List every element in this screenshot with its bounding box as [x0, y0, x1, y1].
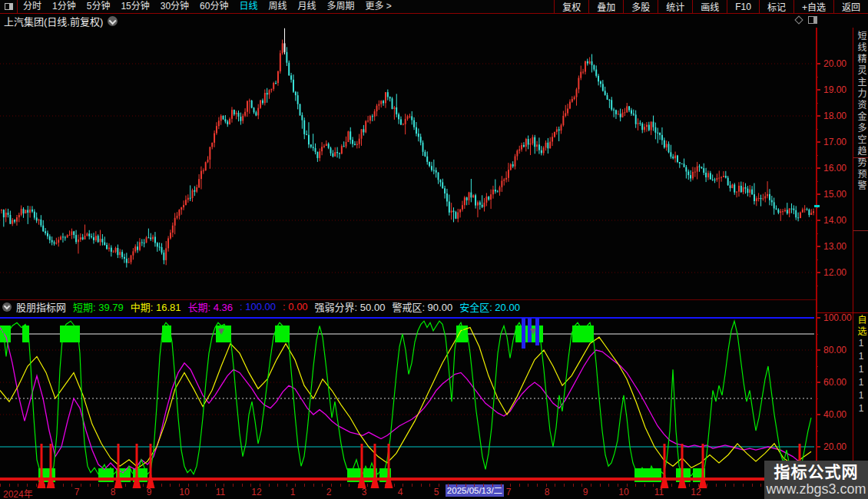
toolbar-button-1[interactable]: 叠加: [588, 0, 623, 13]
candle-body: [190, 198, 191, 199]
candle-body: [167, 238, 169, 248]
candle-wick: [108, 243, 109, 252]
candle-body: [286, 52, 287, 63]
main-candlestick-chart[interactable]: [0, 28, 816, 299]
axis-divider-line: [816, 28, 817, 499]
candle-body: [787, 210, 788, 213]
date-tick: [81, 484, 81, 487]
candle-body: [464, 197, 465, 205]
candle-body: [433, 170, 435, 171]
date-tick: [465, 484, 466, 487]
chevron-down-icon[interactable]: [108, 16, 118, 26]
candle-body: [9, 215, 11, 224]
candle-body: [718, 178, 720, 179]
candle-body: [595, 70, 597, 76]
candle-body: [262, 101, 263, 104]
period-tab-1[interactable]: 1分钟: [47, 0, 81, 13]
period-tab-10[interactable]: 更多 >: [360, 0, 397, 13]
buy-arrow-stem: [681, 444, 684, 476]
candle-body: [216, 126, 217, 133]
candle-body: [457, 213, 459, 219]
candle-wick: [78, 235, 78, 254]
candle-body: [172, 226, 174, 233]
layout-icon[interactable]: [0, 0, 18, 13]
candle-body: [488, 197, 489, 200]
candle-body: [192, 190, 194, 198]
window-split-icon[interactable]: [808, 16, 817, 24]
period-tab-8[interactable]: 月线: [293, 0, 322, 13]
indicator-chart[interactable]: [0, 299, 816, 484]
candle-body: [446, 193, 448, 202]
date-label: 9: [147, 487, 152, 497]
candle-body: [40, 220, 41, 226]
candle-body: [343, 146, 345, 147]
candle-body: [220, 116, 222, 121]
candle-body: [93, 237, 94, 240]
toolbar-button-6[interactable]: 标记: [759, 0, 793, 13]
indicator-scale-label: 40.00: [823, 409, 846, 420]
period-tab-5[interactable]: 60分钟: [194, 0, 234, 13]
date-label: 4: [398, 487, 403, 497]
candle-body: [257, 108, 259, 116]
candle-body: [301, 115, 303, 121]
right-sidebar-lower[interactable]: 自选111111: [853, 315, 868, 482]
sidebar-separator: [853, 230, 868, 231]
candle-body: [260, 101, 261, 108]
period-tab-9[interactable]: 多周期: [322, 0, 360, 13]
candle-body: [214, 134, 215, 143]
candle-body: [310, 144, 312, 147]
toolbar-button-2[interactable]: 多股: [623, 0, 658, 13]
period-tab-7[interactable]: 周线: [263, 0, 292, 13]
toolbar-button-0[interactable]: 复权: [554, 0, 588, 13]
candle-wick: [1, 209, 2, 213]
right-sidebar[interactable]: 短线精灵主力资金多空趋势预警: [853, 31, 868, 298]
indicator-collapse-icon[interactable]: [2, 302, 12, 312]
date-tick: [90, 484, 91, 487]
date-tick: [161, 484, 162, 487]
toolbar-button-7[interactable]: +自选: [793, 0, 833, 13]
candle-body: [684, 164, 685, 167]
diamond-icon[interactable]: [794, 15, 803, 24]
candle-body: [516, 150, 518, 156]
candle-body: [178, 210, 180, 216]
indicator-scale-label: 100.00: [823, 312, 852, 323]
candle-body: [611, 100, 612, 109]
candle-body: [802, 210, 803, 213]
period-tab-0[interactable]: 分时: [18, 0, 47, 13]
date-label: 8: [111, 487, 116, 497]
period-tab-6[interactable]: 日线: [234, 0, 263, 13]
price-label: 18.00: [823, 111, 846, 121]
price-label: 15.00: [823, 189, 846, 200]
candle-body: [659, 133, 661, 135]
candle-body: [690, 175, 691, 178]
toolbar-button-4[interactable]: 画线: [692, 0, 727, 13]
candle-body: [200, 171, 202, 180]
buy-arrow-stem: [118, 444, 120, 476]
candle-body: [104, 243, 105, 246]
candle-body: [438, 173, 439, 180]
price-label: 20.00: [823, 58, 846, 69]
candle-body: [352, 140, 353, 144]
period-tab-3[interactable]: 15分钟: [115, 0, 154, 13]
date-label: 1: [290, 487, 296, 497]
candle-body: [157, 243, 158, 247]
toolbar-button-8[interactable]: 返回: [833, 0, 868, 13]
period-tab-2[interactable]: 5分钟: [81, 0, 116, 13]
candle-body: [503, 180, 505, 181]
candle-wick: [530, 138, 531, 155]
candle-body: [84, 236, 86, 240]
candle-body: [16, 217, 18, 222]
buy-arrow-stem: [150, 444, 152, 476]
candle-body: [409, 116, 410, 117]
period-tab-4[interactable]: 30分钟: [155, 0, 194, 13]
candle-body: [762, 198, 764, 199]
candle-body: [78, 240, 79, 242]
toolbar-button-3[interactable]: 统计: [658, 0, 692, 13]
candle-body: [163, 253, 164, 260]
candle-wick: [372, 114, 373, 121]
candle-body: [295, 92, 297, 96]
candle-body: [813, 211, 814, 213]
candle-body: [771, 200, 773, 203]
toolbar-button-5[interactable]: F10: [727, 0, 759, 13]
candle-body: [769, 194, 770, 200]
